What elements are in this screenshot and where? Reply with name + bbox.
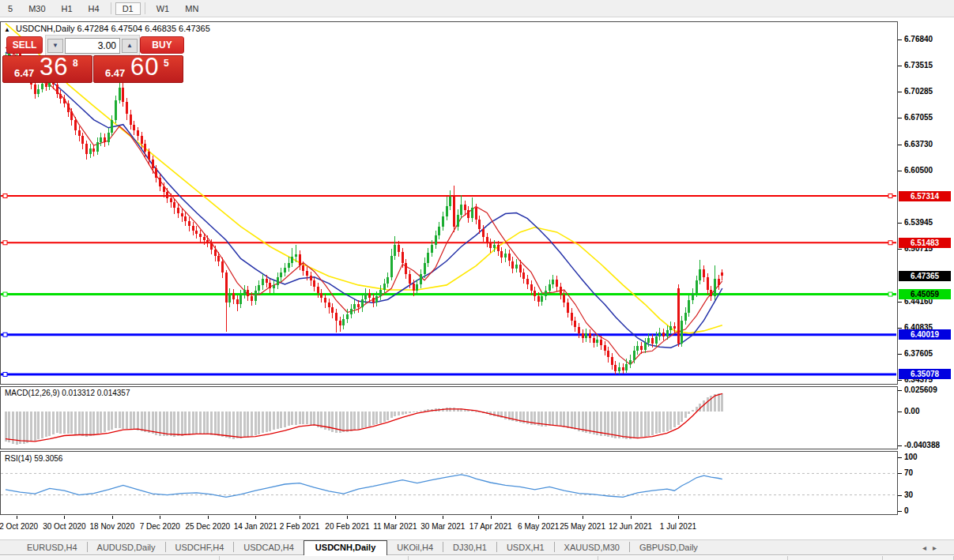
sell-price-tile[interactable]: 6.47 36 8	[2, 55, 92, 83]
chart-tab-usdcnh[interactable]: USDCNH,Daily	[304, 540, 387, 555]
status-cell	[0, 556, 220, 560]
chart-tab-usdcad[interactable]: USDCAD,H4	[234, 541, 304, 554]
chart-tab-usdchf[interactable]: USDCHF,H4	[166, 541, 234, 554]
price-tick	[898, 39, 902, 40]
date-tick	[112, 516, 113, 519]
date-tick	[17, 516, 17, 519]
buy-price-prefix: 6.47	[105, 67, 125, 79]
buy-price-digits: 60	[130, 55, 159, 81]
chart-tab-gbpusd[interactable]: GBPUSD,Daily	[630, 541, 707, 554]
timeframe-h4[interactable]: H4	[81, 2, 107, 15]
date-label: 1 Jul 2021	[647, 522, 710, 531]
sell-price-pip: 8	[73, 58, 78, 69]
chart-tab-ukoil[interactable]: UKOil,H4	[387, 541, 443, 554]
price-axis-label: 6.37605	[904, 349, 933, 358]
timeframe-m30[interactable]: M30	[21, 2, 52, 15]
date-tick	[395, 516, 396, 519]
trading-terminal-window: 5M30H1H4D1W1MN ▲ USDCNH,Daily 6.47284 6.…	[0, 0, 954, 560]
price-tick	[898, 171, 902, 171]
sell-button[interactable]: SELL	[6, 36, 43, 54]
chart-tab-dj30[interactable]: DJ30,H1	[443, 541, 496, 554]
date-tick	[631, 516, 632, 519]
buy-price-tile[interactable]: 6.47 60 5	[93, 55, 183, 83]
date-tick	[300, 516, 300, 519]
timeframe-h1[interactable]: H1	[55, 2, 80, 15]
volume-increase-button[interactable]: ▲	[122, 39, 138, 53]
price-level-badge: 6.57314	[899, 191, 951, 201]
rsi-axis-label: 30	[904, 490, 913, 499]
price-tick	[898, 223, 902, 224]
price-tick	[898, 249, 902, 250]
status-cell	[409, 556, 598, 560]
price-axis-label: 6.73515	[904, 61, 933, 70]
chart-tab-bar: EURUSD,H4AUDUSD,DailyUSDCHF,H4USDCAD,H4U…	[0, 539, 954, 555]
current-price-badge: 6.47365	[899, 271, 951, 281]
price-tick	[898, 118, 902, 118]
macd-axis-label: 0.025609	[904, 385, 937, 394]
chart-window: ▲ USDCNH,Daily 6.47284 6.47504 6.46835 6…	[0, 17, 954, 539]
sell-price-digits: 36	[40, 55, 68, 81]
macd-tick	[898, 412, 902, 412]
timeframe-d1[interactable]: D1	[115, 2, 141, 15]
ohlc-high: 6.47504	[111, 24, 142, 33]
ohlc-close: 6.47365	[179, 24, 210, 33]
triangle-up-icon: ▲	[126, 42, 133, 49]
buy-button[interactable]: BUY	[140, 36, 184, 54]
date-tick	[255, 516, 256, 519]
chart-tab-audusd[interactable]: AUDUSD,Daily	[88, 541, 165, 554]
rsi-label: RSI(14) 59.3056	[5, 454, 62, 463]
price-axis-label: 6.67055	[904, 113, 933, 122]
macd-tick	[898, 390, 902, 391]
date-tick	[491, 516, 492, 519]
price-tick	[898, 145, 902, 145]
date-tick	[443, 516, 443, 519]
volume-input[interactable]	[65, 38, 120, 54]
trade-controls-row: SELL ▼ ▲ BUY	[2, 35, 185, 55]
price-tick	[898, 302, 902, 303]
date-tick	[160, 516, 160, 519]
price-axis-label: 6.53945	[904, 218, 933, 227]
macd-chart[interactable]	[0, 386, 898, 449]
price-tick	[898, 66, 902, 66]
date-tick	[64, 516, 65, 519]
price-axis-label: 6.63730	[904, 140, 933, 148]
chart-tab-usdx[interactable]: USDX,H1	[497, 541, 554, 554]
ohlc-low: 6.46835	[145, 24, 176, 33]
price-axis-label: 6.76840	[904, 35, 933, 43]
toolbar-divider	[111, 2, 111, 14]
rsi-axis-label: 70	[904, 468, 913, 477]
timeframe-w1[interactable]: W1	[149, 2, 177, 15]
price-tick	[898, 92, 902, 92]
rsi-axis-label: 100	[904, 453, 918, 461]
timeframe-5[interactable]: 5	[1, 2, 20, 15]
buy-price-pip: 5	[164, 58, 169, 69]
date-tick	[583, 516, 583, 519]
collapse-icon[interactable]: ▲	[4, 26, 10, 33]
chart-tab-xauusd[interactable]: XAUUSD,M30	[555, 541, 629, 554]
status-strip	[0, 556, 954, 560]
rsi-tick	[898, 495, 902, 496]
rsi-chart[interactable]	[0, 451, 898, 515]
date-tick	[208, 516, 209, 519]
rsi-tick	[898, 473, 902, 474]
triangle-down-icon: ▼	[52, 42, 58, 49]
chart-title: USDCNH,Daily	[16, 24, 75, 33]
ohlc-open: 6.47284	[77, 24, 109, 33]
timeframe-mn[interactable]: MN	[178, 2, 206, 15]
status-cell	[788, 556, 883, 560]
chart-tab-eurusd[interactable]: EURUSD,H4	[17, 541, 87, 554]
date-tick	[347, 516, 348, 519]
date-axis[interactable]: 12 Oct 202030 Oct 202018 Nov 20207 Dec 2…	[0, 516, 898, 538]
timeframe-toolbar: 5M30H1H4D1W1MN	[0, 0, 954, 17]
price-level-badge: 6.45059	[899, 289, 951, 299]
rsi-tick	[898, 457, 902, 458]
volume-decrease-button[interactable]: ▼	[47, 39, 63, 53]
price-level-badge: 6.51483	[899, 238, 951, 248]
rsi-tick	[898, 511, 902, 512]
price-level-badge: 6.35078	[899, 369, 951, 379]
price-axis[interactable]: 6.768406.735156.702856.670556.637306.605…	[898, 17, 954, 523]
date-tick	[678, 516, 679, 519]
sell-price-prefix: 6.47	[14, 67, 34, 79]
price-axis-label: 6.60500	[904, 166, 933, 175]
tab-scroll-arrows[interactable]: ◂▸	[922, 543, 943, 552]
